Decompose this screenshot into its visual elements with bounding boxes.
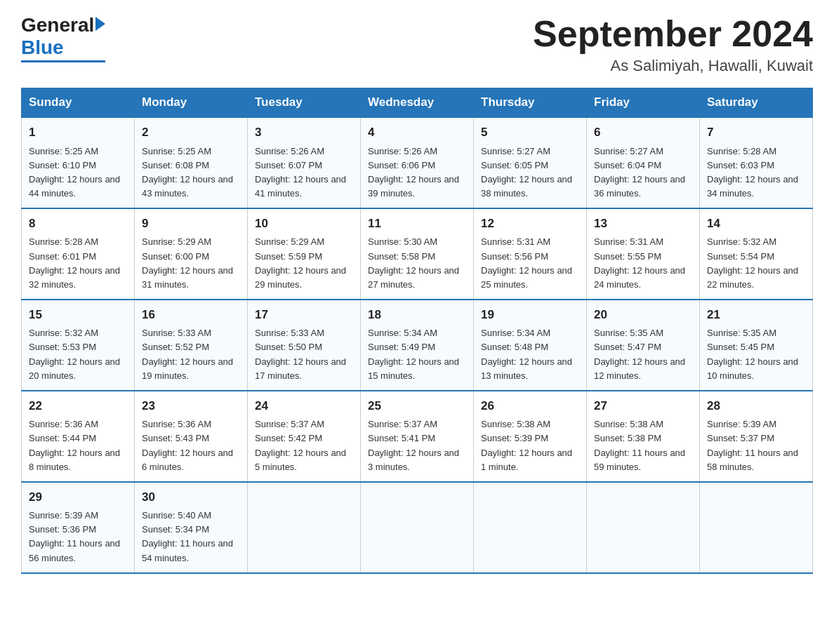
sunrise-text: Sunrise: 5:38 AM [594,419,663,429]
day-info: Sunrise: 5:34 AMSunset: 5:49 PMDaylight:… [368,326,466,383]
day-cell: 7Sunrise: 5:28 AMSunset: 6:03 PMDaylight… [700,117,813,208]
day-number: 25 [368,397,466,415]
sunset-text: Sunset: 5:52 PM [142,342,209,352]
daylight-text: Daylight: 12 hours and 27 minutes. [368,265,459,290]
day-number: 27 [594,397,692,415]
day-cell: 19Sunrise: 5:34 AMSunset: 5:48 PMDayligh… [474,300,587,391]
sunrise-text: Sunrise: 5:28 AM [29,236,98,247]
sunset-text: Sunset: 6:00 PM [142,251,209,262]
page-header: General Blue September 2024 As Salimiyah… [21,14,813,75]
daylight-text: Daylight: 12 hours and 34 minutes. [707,174,798,199]
day-cell: 18Sunrise: 5:34 AMSunset: 5:49 PMDayligh… [361,300,474,391]
sunrise-text: Sunrise: 5:34 AM [481,328,550,338]
day-number: 6 [594,123,692,142]
title-block: September 2024 As Salimiyah, Hawalli, Ku… [533,14,813,75]
daylight-text: Daylight: 12 hours and 20 minutes. [29,356,120,381]
sunrise-text: Sunrise: 5:38 AM [481,419,550,429]
logo-triangle-icon [95,17,105,31]
sunrise-text: Sunrise: 5:26 AM [255,146,324,156]
day-cell: 28Sunrise: 5:39 AMSunset: 5:37 PMDayligh… [700,391,813,482]
header-cell-saturday: Saturday [700,88,813,118]
day-number: 17 [255,306,353,324]
day-info: Sunrise: 5:34 AMSunset: 5:48 PMDaylight:… [481,326,579,383]
calendar-title: September 2024 [533,14,813,54]
header-cell-thursday: Thursday [474,88,587,118]
sunrise-text: Sunrise: 5:33 AM [142,328,211,338]
day-number: 22 [29,397,127,415]
daylight-text: Daylight: 12 hours and 13 minutes. [481,356,572,381]
day-number: 8 [29,215,127,233]
sunset-text: Sunset: 5:47 PM [594,342,661,352]
sunset-text: Sunset: 5:49 PM [368,342,435,352]
daylight-text: Daylight: 11 hours and 54 minutes. [142,538,233,563]
sunrise-text: Sunrise: 5:36 AM [142,419,211,429]
day-cell [700,482,813,573]
day-number: 16 [142,306,240,324]
logo-general: General [21,14,94,36]
day-cell: 14Sunrise: 5:32 AMSunset: 5:54 PMDayligh… [700,208,813,300]
daylight-text: Daylight: 11 hours and 56 minutes. [29,538,120,563]
day-info: Sunrise: 5:31 AMSunset: 5:55 PMDaylight:… [594,235,692,292]
daylight-text: Daylight: 12 hours and 38 minutes. [481,174,572,199]
day-number: 24 [255,397,353,415]
week-row-4: 22Sunrise: 5:36 AMSunset: 5:44 PMDayligh… [22,391,813,482]
day-info: Sunrise: 5:35 AMSunset: 5:47 PMDaylight:… [594,326,692,383]
sunset-text: Sunset: 5:45 PM [707,342,774,352]
day-cell: 3Sunrise: 5:26 AMSunset: 6:07 PMDaylight… [248,117,361,208]
day-cell [361,482,474,573]
daylight-text: Daylight: 12 hours and 19 minutes. [142,356,233,381]
logo-text: General [21,14,105,36]
sunrise-text: Sunrise: 5:27 AM [481,146,550,156]
daylight-text: Daylight: 12 hours and 15 minutes. [368,356,459,381]
day-number: 19 [481,306,579,324]
sunset-text: Sunset: 5:34 PM [142,524,209,535]
calendar-body: 1Sunrise: 5:25 AMSunset: 6:10 PMDaylight… [22,117,813,573]
daylight-text: Daylight: 12 hours and 32 minutes. [29,265,120,290]
day-cell: 24Sunrise: 5:37 AMSunset: 5:42 PMDayligh… [248,391,361,482]
calendar-header: SundayMondayTuesdayWednesdayThursdayFrid… [22,88,813,118]
day-info: Sunrise: 5:26 AMSunset: 6:07 PMDaylight:… [255,145,353,201]
day-number: 20 [594,306,692,324]
day-number: 9 [142,215,240,233]
day-cell: 10Sunrise: 5:29 AMSunset: 5:59 PMDayligh… [248,208,361,300]
logo-blue: Blue [21,36,64,59]
day-number: 11 [368,215,466,233]
day-cell: 29Sunrise: 5:39 AMSunset: 5:36 PMDayligh… [22,482,135,573]
sunrise-text: Sunrise: 5:33 AM [255,328,324,338]
day-info: Sunrise: 5:37 AMSunset: 5:41 PMDaylight:… [368,417,466,474]
day-cell: 15Sunrise: 5:32 AMSunset: 5:53 PMDayligh… [22,300,135,391]
day-number: 2 [142,123,240,142]
day-cell: 20Sunrise: 5:35 AMSunset: 5:47 PMDayligh… [587,300,700,391]
day-cell: 27Sunrise: 5:38 AMSunset: 5:38 PMDayligh… [587,391,700,482]
day-cell: 11Sunrise: 5:30 AMSunset: 5:58 PMDayligh… [361,208,474,300]
week-row-2: 8Sunrise: 5:28 AMSunset: 6:01 PMDaylight… [22,208,813,300]
day-number: 3 [255,123,353,142]
daylight-text: Daylight: 11 hours and 58 minutes. [707,448,798,472]
sunset-text: Sunset: 6:10 PM [29,160,96,170]
day-info: Sunrise: 5:27 AMSunset: 6:05 PMDaylight:… [481,145,579,201]
day-info: Sunrise: 5:31 AMSunset: 5:56 PMDaylight:… [481,235,579,292]
day-number: 7 [707,123,805,142]
day-info: Sunrise: 5:25 AMSunset: 6:08 PMDaylight:… [142,145,240,201]
sunrise-text: Sunrise: 5:35 AM [594,328,663,338]
day-info: Sunrise: 5:26 AMSunset: 6:06 PMDaylight:… [368,145,466,201]
day-cell: 21Sunrise: 5:35 AMSunset: 5:45 PMDayligh… [700,300,813,391]
sunrise-text: Sunrise: 5:37 AM [255,419,324,429]
day-info: Sunrise: 5:29 AMSunset: 5:59 PMDaylight:… [255,235,353,292]
sunrise-text: Sunrise: 5:40 AM [142,510,211,521]
sunset-text: Sunset: 5:48 PM [481,342,548,352]
day-number: 14 [707,215,805,233]
day-number: 4 [368,123,466,142]
sunset-text: Sunset: 5:43 PM [142,433,209,443]
day-info: Sunrise: 5:33 AMSunset: 5:50 PMDaylight:… [255,326,353,383]
sunset-text: Sunset: 5:39 PM [481,433,548,443]
day-info: Sunrise: 5:27 AMSunset: 6:04 PMDaylight:… [594,145,692,201]
header-cell-monday: Monday [135,88,248,118]
sunrise-text: Sunrise: 5:34 AM [368,328,437,338]
daylight-text: Daylight: 12 hours and 39 minutes. [368,174,459,199]
sunrise-text: Sunrise: 5:30 AM [368,236,437,247]
day-info: Sunrise: 5:32 AMSunset: 5:53 PMDaylight:… [29,326,127,383]
sunset-text: Sunset: 5:38 PM [594,433,661,443]
day-info: Sunrise: 5:29 AMSunset: 6:00 PMDaylight:… [142,235,240,292]
daylight-text: Daylight: 12 hours and 17 minutes. [255,356,346,381]
